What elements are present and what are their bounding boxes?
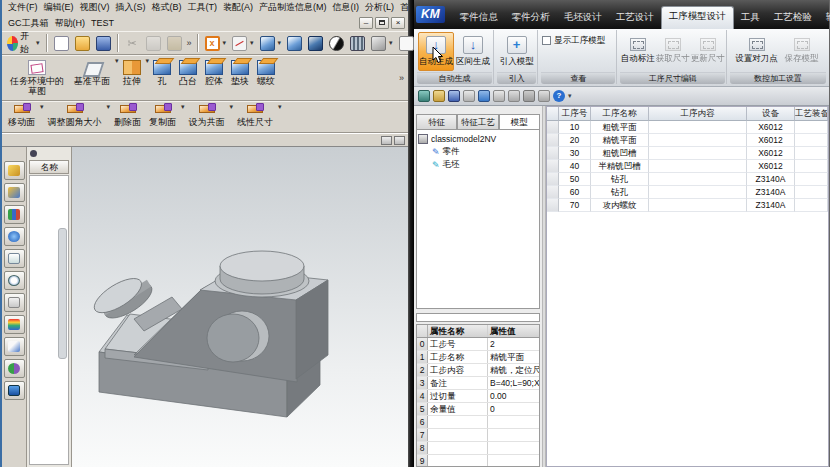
constraint-navigator-button[interactable] [4, 183, 25, 202]
menu-insert[interactable]: 插入(S) [113, 0, 149, 15]
restore-button[interactable] [375, 17, 389, 29]
col-tooling[interactable]: 工艺装备 [795, 107, 828, 121]
auto-generate-button[interactable]: ↓ 自动生成 [418, 32, 454, 71]
solid-view-button[interactable] [305, 34, 326, 53]
menu-assembly[interactable]: 装配(A) [220, 0, 256, 15]
tab-blank-design[interactable]: 毛坯设计 [557, 8, 609, 29]
menu-pmi[interactable]: 产品制造信息(M) [256, 0, 330, 15]
process-row[interactable]: 40 半精铣凹槽 X6012 [547, 160, 828, 173]
tab-output[interactable]: 输出 [819, 8, 830, 29]
save-button[interactable] [93, 34, 114, 53]
import-model-button[interactable]: + 引入模型 [499, 32, 535, 71]
menu-information[interactable]: 信息(I) [330, 0, 363, 15]
new-doc-icon[interactable] [418, 90, 430, 102]
sketch-view-button[interactable]: ▾ [229, 34, 257, 53]
wireframe-button[interactable] [347, 34, 368, 53]
save-icon[interactable] [448, 90, 460, 102]
tab-process-inspection[interactable]: 工艺检验 [767, 8, 819, 29]
viewport-3d[interactable] [72, 147, 408, 467]
chevron-down-icon[interactable]: ▾ [278, 103, 282, 131]
make-coplanar-button[interactable]: 设为共面 [185, 103, 229, 131]
property-row[interactable]: 8 [417, 442, 539, 455]
tab-process-design[interactable]: 工艺设计 [609, 8, 661, 29]
copy-face-button[interactable]: 复制面 [145, 103, 180, 131]
history-button[interactable] [4, 271, 25, 290]
menu-tools[interactable]: 工具(T) [185, 0, 221, 15]
menu-format[interactable]: 格式(B) [149, 0, 185, 15]
tab-operation-model-design[interactable]: 工序模型设计 [661, 6, 734, 29]
row-selector[interactable] [547, 147, 559, 160]
tree-icon[interactable] [463, 90, 475, 102]
hole-button[interactable]: 孔 [149, 57, 175, 99]
process-row[interactable]: 20 精铣平面 X6012 [547, 134, 828, 147]
people-button[interactable] [4, 359, 25, 378]
row-selector[interactable] [547, 173, 559, 186]
row-selector[interactable] [547, 121, 559, 134]
row-selector[interactable] [547, 199, 559, 212]
row-selector[interactable] [547, 134, 559, 147]
property-row[interactable]: 5 余量值 0 [417, 403, 539, 416]
row-selector[interactable] [547, 186, 559, 199]
part-navigator-button[interactable] [4, 205, 25, 224]
process-row[interactable]: 60 钻孔 Z3140A [547, 186, 828, 199]
range-generate-button[interactable]: ↓ 区间生成 [455, 32, 491, 71]
tree-node-part[interactable]: ✎ 零件 [418, 145, 538, 158]
gray-view-button[interactable]: ▾ [368, 34, 396, 53]
thread-button[interactable]: 螺纹 [253, 57, 279, 99]
row-selector[interactable] [547, 160, 559, 173]
property-name-header[interactable]: 属性名称 [428, 325, 488, 337]
minimize-button[interactable]: – [359, 17, 373, 29]
property-row[interactable]: 7 [417, 429, 539, 442]
move-face-button[interactable]: 移动面 [4, 103, 39, 131]
window-button[interactable] [4, 381, 25, 400]
property-row[interactable]: 0 工步号 2 [417, 338, 539, 351]
process-row[interactable]: 10 粗铣平面 X6012 [547, 121, 828, 134]
property-row[interactable]: 9 [417, 455, 539, 467]
render-style-button[interactable] [326, 34, 347, 53]
process-row[interactable]: 50 钻孔 Z3140A [547, 173, 828, 186]
sketch-in-task-button[interactable]: 任务环境中的草图 [4, 57, 70, 99]
boss-button[interactable]: 凸台 [175, 57, 201, 99]
toolbar-options-caret[interactable]: ▾ [568, 92, 572, 100]
datum-plane-button[interactable]: 基准平面 [70, 57, 114, 99]
col-operation-content[interactable]: 工序内容 [649, 107, 747, 121]
reuse-library-button[interactable] [4, 249, 25, 268]
tree-node-blank[interactable]: ✎ 毛坯 [418, 158, 538, 171]
start-menu-button[interactable]: 开始 ▾ [4, 28, 43, 58]
tab-tools[interactable]: 工具 [734, 8, 767, 29]
property-value-header[interactable]: 属性值 [488, 325, 539, 337]
tab-part-analysis[interactable]: 零件分析 [505, 8, 557, 29]
col-equipment[interactable]: 设备 [747, 107, 795, 121]
close-window-button[interactable]: x▾ [202, 34, 230, 53]
shaded-edges-button[interactable]: ▾ [257, 34, 285, 53]
toolbar-overflow-button[interactable]: » [187, 38, 192, 48]
linear-dimension-button[interactable]: 线性尺寸 [233, 103, 277, 131]
col-operation-name[interactable]: 工序名称 [591, 107, 649, 121]
property-row[interactable]: 1 工步名称 精铣平面 [417, 351, 539, 364]
tab-part-info[interactable]: 零件信息 [453, 8, 505, 29]
tab-feature-process[interactable]: 特征工艺 [457, 114, 498, 129]
auto-annotate-button[interactable]: 自动标注 [621, 32, 655, 71]
assembly-navigator-button[interactable] [4, 161, 25, 180]
shaded-view-button[interactable] [284, 34, 305, 53]
list-icon[interactable] [538, 90, 550, 102]
process-row[interactable]: 30 粗铣凹槽 X6012 [547, 147, 828, 160]
process-studio-button[interactable] [4, 293, 25, 312]
delete-face-button[interactable]: 删除面 [110, 103, 145, 131]
menu-analysis[interactable]: 分析(L) [362, 0, 397, 15]
tab-feature[interactable]: 特征 [416, 114, 457, 129]
tab-model[interactable]: 模型 [499, 114, 540, 129]
process-row[interactable]: 70 攻内螺纹 Z3140A [547, 199, 828, 212]
pin-icon[interactable] [30, 150, 37, 157]
property-filter-input[interactable] [416, 313, 540, 322]
resize-blend-button[interactable]: 调整圆角大小 [44, 103, 106, 131]
col-operation-no[interactable]: 工序号 [559, 107, 591, 121]
menu-test[interactable]: TEST [88, 17, 117, 29]
help-icon[interactable]: ? [553, 90, 565, 102]
property-row[interactable]: 6 [417, 416, 539, 429]
new-file-button[interactable] [51, 34, 72, 53]
menu-view[interactable]: 视图(V) [77, 0, 113, 15]
menu-file[interactable]: 文件(F) [5, 0, 41, 15]
set-tool-point-button[interactable]: 设置对刀点 [734, 32, 780, 71]
pad-button[interactable]: 垫块 [227, 57, 253, 99]
